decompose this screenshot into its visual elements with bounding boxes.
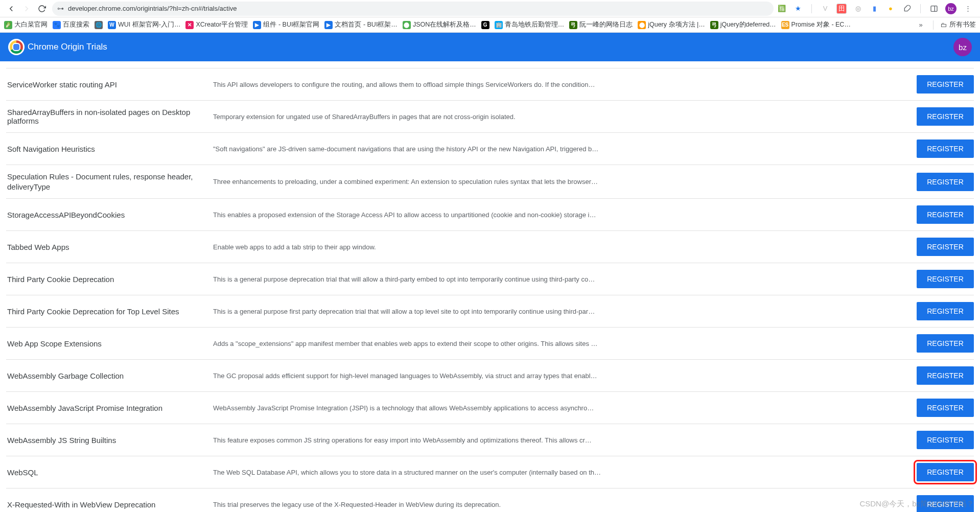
register-button[interactable]: REGISTER [917,463,974,481]
bookmark-favicon: 🥬 [4,21,12,29]
bookmark-item[interactable]: G [481,21,489,29]
bookmark-label: 百度搜索 [63,20,89,29]
bookmark-favicon: 🐾 [53,21,61,29]
app-title: Chrome Origin Trials [28,42,107,52]
register-button[interactable]: REGISTER [917,270,974,288]
register-button[interactable]: REGISTER [917,302,974,320]
trial-description: Adds a "scope_extensions" app manifest m… [213,340,917,347]
bookmark-label: XCreator平台管理 [196,20,248,29]
ext-vivaldi-icon[interactable]: V [820,4,830,14]
forward-button[interactable] [19,2,34,16]
bookmarks-bar: 🥬大白菜官网🐾百度搜索🌐WWUI 框架官网-入门…✕XCreator平台管理▶组… [0,17,980,33]
divider [811,4,812,13]
folder-icon: 🗀 [941,21,947,29]
bookmark-item[interactable]: ⬤JSON在线解析及格… [403,20,476,29]
trial-title[interactable]: WebSQL [6,468,213,477]
divider [920,4,921,13]
table-row: Third Party Cookie DeprecationThis is a … [6,263,974,295]
bookmark-item[interactable]: 🐾百度搜索 [53,20,89,29]
table-row: SharedArrayBuffers in non-isolated pages… [6,101,974,133]
profile-avatar[interactable]: bz [945,3,956,14]
app-header: Chrome Origin Trials bz [0,33,980,61]
bookmark-favicon: ⬤ [403,21,411,29]
register-button[interactable]: REGISTER [917,75,974,94]
table-row: WebAssembly Garbage CollectionThe GC pro… [6,360,974,392]
bookmark-label: 青岛地铁后勤管理… [505,20,565,29]
sidepanel-icon[interactable] [929,4,939,14]
bookmark-item[interactable]: ⬤jQuery 杂项方法 |… [638,20,705,29]
register-button[interactable]: REGISTER [917,205,974,224]
bookmark-item[interactable]: ESPromise 对象 - EC… [781,20,851,29]
back-button[interactable] [4,2,18,16]
bookmark-item[interactable]: 🌐 [95,21,103,29]
trial-title[interactable]: X-Requested-With in WebView Deprecation [6,500,213,509]
star-icon[interactable]: ★ [793,4,803,14]
trial-title[interactable]: StorageAccessAPIBeyondCookies [6,211,213,219]
app-profile-avatar[interactable]: bz [953,38,972,56]
trial-title[interactable]: Third Party Cookie Deprecation for Top L… [6,307,213,316]
trial-description: This is a general purpose deprecation tr… [213,275,917,283]
table-row: WebAssembly JS String BuiltinsThis featu… [6,424,974,456]
table-row: Tabbed Web AppsEnable web apps to add a … [6,231,974,263]
bookmark-label: 大白菜官网 [14,20,48,29]
addr-right-icons: 🈯 ★ V 田 ◎ ▮ ● bz ⋮ [777,3,973,14]
ext-yellow-icon[interactable]: ● [885,4,896,14]
register-button[interactable]: REGISTER [917,139,974,158]
trial-title[interactable]: Third Party Cookie Deprecation [6,275,213,284]
table-row: Third Party Cookie Deprecation for Top L… [6,295,974,328]
register-button[interactable]: REGISTER [917,366,974,385]
extensions-icon[interactable] [902,4,912,14]
bookmark-favicon: ▶ [324,21,333,29]
trial-title[interactable]: ServiceWorker static routing API [6,80,213,89]
bookmark-label: Promise 对象 - EC… [791,20,851,29]
address-bar[interactable]: ⊶ developer.chrome.com/origintrials/?hl=… [52,2,774,16]
menu-icon[interactable]: ⋮ [963,4,973,14]
register-button[interactable]: REGISTER [917,107,974,126]
trial-title[interactable]: SharedArrayBuffers in non-isolated pages… [6,108,213,125]
url-text: developer.chrome.com/origintrials/?hl=zh… [68,5,237,12]
trials-list: REGISTERServiceWorker static routing API… [0,61,980,512]
all-bookmarks-label: 所有书签 [949,20,976,29]
bookmark-favicon: ⬤ [638,21,646,29]
bookmark-favicon: ▶ [253,21,261,29]
trial-description: This is a general purpose first party de… [213,308,917,315]
trial-description: Enable web apps to add a tab strip to th… [213,243,917,251]
trial-description: This feature exposes common JS string op… [213,436,917,444]
register-button[interactable]: REGISTER [917,495,974,512]
table-row: Web App Scope ExtensionsAdds a "scope_ex… [6,328,974,360]
ext-gray-icon[interactable]: ◎ [853,4,863,14]
all-bookmarks[interactable]: 🗀 所有书签 [941,20,976,29]
ext-red-icon[interactable]: 田 [836,4,847,14]
site-info-icon[interactable]: ⊶ [57,5,64,12]
trial-title[interactable]: WebAssembly JS String Builtins [6,436,213,445]
trial-title[interactable]: Web App Scope Extensions [6,339,213,348]
bookmark-item[interactable]: 🥬大白菜官网 [4,20,48,29]
trial-title[interactable]: Tabbed Web Apps [6,243,213,251]
bookmark-item[interactable]: ✕XCreator平台管理 [185,20,248,29]
register-button[interactable]: REGISTER [917,238,974,256]
register-button[interactable]: REGISTER [917,431,974,449]
bookmark-item[interactable]: 🏢青岛地铁后勤管理… [495,20,565,29]
table-row: REGISTER [6,61,974,68]
register-button[interactable]: REGISTER [917,334,974,353]
bookmark-item[interactable]: WWUI 框架官网-入门… [108,20,180,29]
reload-button[interactable] [35,2,49,16]
ext-blue-icon[interactable]: ▮ [869,4,879,14]
bookmark-label: 阮一峰的网络日志 [579,20,633,29]
bookmark-item[interactable]: ▶文档首页 - BUI框架… [324,20,397,29]
trial-title[interactable]: Soft Navigation Heuristics [6,145,213,153]
trial-title[interactable]: Speculation Rules - Document rules, resp… [6,172,213,192]
browser-chrome: ⊶ developer.chrome.com/origintrials/?hl=… [0,0,980,17]
chrome-logo-icon [8,39,25,55]
translate-icon[interactable]: 🈯 [777,4,787,14]
bookmark-label: WUI 框架官网-入门… [118,20,180,29]
bookmark-item[interactable]: 弓jQuery的deferred… [710,20,776,29]
trial-title[interactable]: WebAssembly Garbage Collection [6,371,213,380]
register-button[interactable]: REGISTER [917,173,974,191]
bookmarks-overflow-icon[interactable]: » [916,20,926,30]
bookmark-item[interactable]: 弓阮一峰的网络日志 [569,20,633,29]
bookmark-item[interactable]: ▶组件 - BUI框架官网 [253,20,319,29]
trial-description: Temporary extension for ungated use of S… [213,113,917,121]
register-button[interactable]: REGISTER [917,399,974,417]
trial-title[interactable]: WebAssembly JavaScript Promise Integrati… [6,404,213,412]
